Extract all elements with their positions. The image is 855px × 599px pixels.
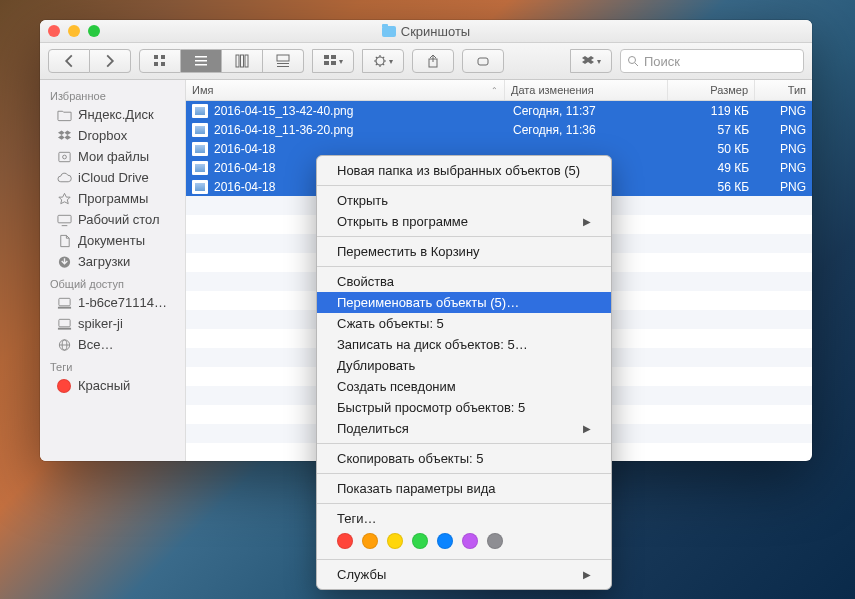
- view-columns-button[interactable]: [222, 49, 263, 73]
- globe-icon: [56, 338, 72, 352]
- menu-item[interactable]: Открыть в программе▶: [317, 211, 611, 232]
- action-button[interactable]: ▾: [362, 49, 404, 73]
- tag-color[interactable]: [337, 533, 353, 549]
- svg-rect-16: [331, 61, 336, 65]
- sidebar-item[interactable]: spiker-ji: [40, 313, 185, 334]
- menu-item[interactable]: Дублировать: [317, 355, 611, 376]
- sidebar-item-label: Рабочий стол: [78, 212, 160, 227]
- forward-button[interactable]: [90, 49, 131, 73]
- sidebar-item-label: Красный: [78, 378, 130, 393]
- image-file-icon: [192, 180, 208, 194]
- search-field[interactable]: Поиск: [620, 49, 804, 73]
- sidebar-item-label: 1-b6ce71114…: [78, 295, 167, 310]
- sidebar-item[interactable]: Все…: [40, 334, 185, 355]
- svg-point-17: [376, 57, 384, 65]
- back-button[interactable]: [48, 49, 90, 73]
- sidebar-item-label: Мои файлы: [78, 149, 149, 164]
- titlebar: Скриншоты: [40, 20, 812, 43]
- submenu-arrow-icon: ▶: [583, 423, 591, 434]
- menu-item-label: Переместить в Корзину: [337, 244, 480, 259]
- cell-type: PNG: [755, 104, 812, 118]
- tag-color[interactable]: [462, 533, 478, 549]
- submenu-arrow-icon: ▶: [583, 216, 591, 227]
- menu-item[interactable]: Быстрый просмотр объектов: 5: [317, 397, 611, 418]
- view-mode-buttons: [139, 49, 304, 73]
- window-title: Скриншоты: [100, 24, 752, 39]
- folder-icon: [382, 26, 396, 37]
- sidebar-item[interactable]: iCloud Drive: [40, 167, 185, 188]
- menu-item-label: Новая папка из выбранных объектов (5): [337, 163, 580, 178]
- sidebar-section-header: Теги: [40, 355, 185, 375]
- minimize-button[interactable]: [68, 25, 80, 37]
- menu-item[interactable]: Свойства: [317, 271, 611, 292]
- sidebar-item-label: Dropbox: [78, 128, 127, 143]
- svg-rect-9: [245, 55, 248, 67]
- dropbox-button[interactable]: ▾: [570, 49, 612, 73]
- image-file-icon: [192, 123, 208, 137]
- menu-item[interactable]: Новая папка из выбранных объектов (5): [317, 160, 611, 181]
- tag-colors-row: [317, 529, 611, 555]
- close-button[interactable]: [48, 25, 60, 37]
- menu-item-label: Быстрый просмотр объектов: 5: [337, 400, 525, 415]
- sidebar-item-label: Документы: [78, 233, 145, 248]
- file-row[interactable]: 2016-04-15_13-42-40.pngСегодня, 11:37119…: [186, 101, 812, 120]
- col-name[interactable]: Имя⌃: [186, 80, 505, 100]
- menu-item[interactable]: Скопировать объекты: 5: [317, 448, 611, 469]
- zoom-button[interactable]: [88, 25, 100, 37]
- sidebar-item[interactable]: Документы: [40, 230, 185, 251]
- cell-date: Сегодня, 11:37: [507, 104, 669, 118]
- menu-item[interactable]: Открыть: [317, 190, 611, 211]
- menu-item-label: Дублировать: [337, 358, 415, 373]
- menu-item[interactable]: Сжать объекты: 5: [317, 313, 611, 334]
- menu-item[interactable]: Записать на диск объектов: 5…: [317, 334, 611, 355]
- sidebar-item[interactable]: 1-b6ce71114…: [40, 292, 185, 313]
- menu-separator: [317, 473, 611, 474]
- menu-item[interactable]: Переместить в Корзину: [317, 241, 611, 262]
- tag-color[interactable]: [437, 533, 453, 549]
- view-coverflow-button[interactable]: [263, 49, 304, 73]
- menu-item-label: Записать на диск объектов: 5…: [337, 337, 528, 352]
- sidebar-item[interactable]: Яндекс.Диск: [40, 104, 185, 125]
- sidebar-item[interactable]: Красный: [40, 375, 185, 396]
- file-name: 2016-04-18: [214, 180, 275, 194]
- sidebar-item[interactable]: Программы: [40, 188, 185, 209]
- menu-item[interactable]: Теги…: [317, 508, 611, 529]
- sidebar-item[interactable]: Dropbox: [40, 125, 185, 146]
- menu-item[interactable]: Поделиться▶: [317, 418, 611, 439]
- sidebar-item[interactable]: Загрузки: [40, 251, 185, 272]
- tag-color[interactable]: [487, 533, 503, 549]
- file-name: 2016-04-15_13-42-40.png: [214, 104, 353, 118]
- cell-type: PNG: [755, 123, 812, 137]
- tag-color[interactable]: [387, 533, 403, 549]
- arrange-button[interactable]: ▾: [312, 49, 354, 73]
- file-row[interactable]: 2016-04-18_11-36-20.pngСегодня, 11:3657 …: [186, 120, 812, 139]
- file-name: 2016-04-18: [214, 161, 275, 175]
- share-button[interactable]: [412, 49, 454, 73]
- sidebar-item[interactable]: Мои файлы: [40, 146, 185, 167]
- svg-rect-12: [277, 66, 289, 67]
- sidebar-item[interactable]: Рабочий стол: [40, 209, 185, 230]
- window-title-text: Скриншоты: [401, 24, 470, 39]
- col-size[interactable]: Размер: [668, 80, 755, 100]
- svg-rect-10: [277, 55, 289, 61]
- cell-name: 2016-04-18: [186, 142, 507, 156]
- sidebar-item-label: Программы: [78, 191, 148, 206]
- view-icons-button[interactable]: [139, 49, 181, 73]
- col-date[interactable]: Дата изменения: [505, 80, 668, 100]
- cell-size: 49 КБ: [669, 161, 755, 175]
- menu-item[interactable]: Службы▶: [317, 564, 611, 585]
- svg-rect-26: [57, 306, 70, 308]
- svg-rect-4: [195, 56, 207, 58]
- menu-item[interactable]: Показать параметры вида: [317, 478, 611, 499]
- tag-color[interactable]: [362, 533, 378, 549]
- menu-item-label: Открыть в программе: [337, 214, 468, 229]
- context-menu: Новая папка из выбранных объектов (5)Отк…: [316, 155, 612, 590]
- menu-item[interactable]: Создать псевдоним: [317, 376, 611, 397]
- view-list-button[interactable]: [181, 49, 222, 73]
- col-type[interactable]: Тип: [755, 80, 812, 100]
- tag-color[interactable]: [412, 533, 428, 549]
- search-placeholder: Поиск: [644, 54, 680, 69]
- dropbox-icon: [56, 129, 72, 143]
- menu-item[interactable]: Переименовать объекты (5)…: [317, 292, 611, 313]
- tags-button[interactable]: [462, 49, 504, 73]
